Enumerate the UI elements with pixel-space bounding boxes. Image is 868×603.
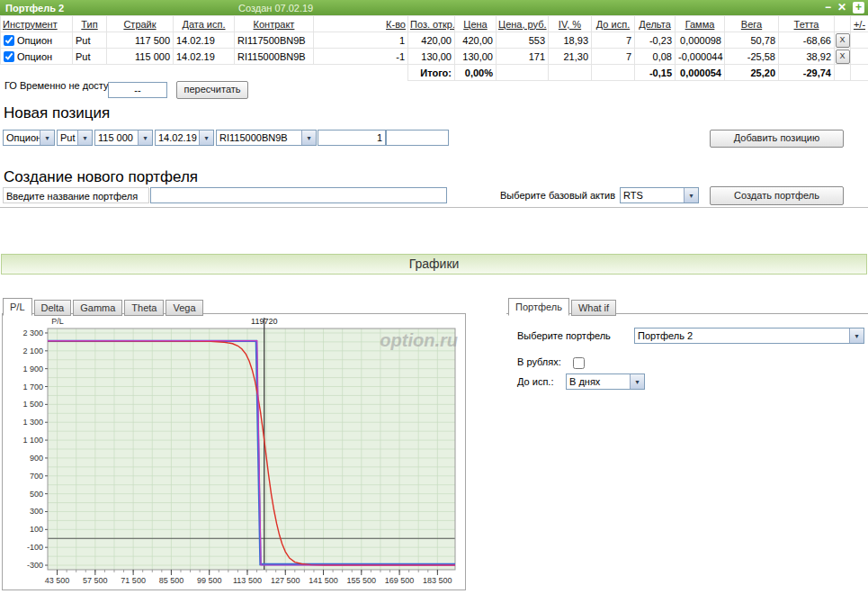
create-portfolio-button[interactable]: Создать портфель (710, 186, 844, 205)
pricerub-cell: 171 (497, 49, 549, 65)
go-value-input[interactable] (108, 82, 167, 98)
contract-cell: RI115000BN9B (235, 49, 314, 65)
column-header-strike[interactable]: Страйк (107, 16, 174, 32)
column-header-gamma[interactable]: Гамма (676, 16, 725, 32)
totals-pct: 0,00% (455, 65, 497, 81)
column-header-qty[interactable]: К-во (314, 16, 408, 32)
svg-text:100: 100 (30, 525, 43, 534)
tab-theta[interactable]: Theta (124, 300, 164, 316)
svg-text:155 500: 155 500 (347, 576, 377, 585)
delta-cell: -0,23 (635, 32, 676, 49)
chevron-down-icon: ▾ (684, 188, 698, 202)
instrument-cell: Опцион (17, 51, 52, 62)
add-position-button[interactable]: Добавить позицию (710, 130, 844, 148)
portfolio-name-input[interactable] (150, 187, 447, 203)
column-header-days[interactable]: До исп. (592, 16, 635, 32)
price-cell: 130,00 (455, 49, 497, 65)
days-cell: 7 (592, 32, 635, 49)
chart-watermark: option.ru (380, 330, 458, 351)
price-input[interactable] (386, 130, 449, 146)
rubles-checkbox[interactable] (573, 357, 585, 369)
column-header-vega[interactable]: Вега (725, 16, 779, 32)
minimize-icon[interactable]: − (825, 2, 831, 14)
column-header-price[interactable]: Цена (455, 16, 497, 32)
vega-cell: -25,58 (725, 49, 779, 65)
days-select[interactable]: В днях ▾ (566, 374, 645, 390)
svg-text:85 500: 85 500 (159, 576, 184, 585)
tab-delta[interactable]: Delta (34, 300, 72, 316)
strike-select[interactable]: 115 000 ▾ (94, 130, 153, 146)
delta-cell: 0,08 (635, 49, 676, 65)
contract-select[interactable]: RI115000BN9B ▾ (216, 130, 317, 146)
delete-position-button[interactable]: X (836, 33, 850, 48)
window-title: Портфель 2 (0, 3, 64, 14)
instrument-select[interactable]: Опцион ▾ (3, 130, 55, 146)
totals-gamma: 0,000054 (676, 65, 725, 81)
column-header-delta[interactable]: Дельта (635, 16, 676, 32)
svg-text:183 500: 183 500 (423, 576, 452, 585)
svg-text:1 900: 1 900 (22, 364, 43, 374)
chart-tabs: P/L Delta Gamma Theta Vega (3, 298, 205, 316)
tab-portfolio[interactable]: Портфель (508, 298, 569, 316)
portfolio-name-label: Введите название портфеля (3, 187, 149, 203)
close-icon[interactable]: ✕ (837, 2, 846, 14)
svg-text:113 500: 113 500 (233, 576, 262, 585)
tab-whatif[interactable]: What if (571, 300, 616, 316)
svg-text:141 500: 141 500 (309, 576, 338, 585)
column-header-plusminus[interactable]: +/- (851, 16, 868, 32)
pricerub-cell: 553 (497, 32, 549, 49)
delete-position-button[interactable]: X (836, 50, 850, 64)
position-checkbox[interactable] (4, 51, 14, 62)
column-header-type[interactable]: Тип (73, 16, 107, 32)
portfolio-select[interactable]: Портфель 2 ▾ (634, 328, 864, 344)
column-header-theta[interactable]: Тетта (779, 16, 835, 32)
tab-pl[interactable]: P/L (3, 298, 32, 316)
chevron-down-icon: ▾ (301, 130, 316, 145)
qty-input[interactable] (318, 130, 386, 146)
column-header-contract[interactable]: Контракт (235, 16, 314, 32)
portfolio-panel (506, 313, 868, 593)
expiry-select[interactable]: 14.02.19 ▾ (155, 130, 214, 146)
pl-chart-panel: 119720-300-1001003005007009001 1001 3001… (2, 313, 466, 590)
add-icon[interactable]: + (853, 2, 864, 14)
totals-vega: 25,20 (725, 65, 779, 81)
svg-text:-300: -300 (27, 561, 43, 570)
svg-text:-100: -100 (27, 543, 43, 552)
svg-text:1 100: 1 100 (22, 436, 43, 445)
column-header-expdate[interactable]: Дата исп. (174, 16, 235, 32)
gamma-cell: -0,000044 (676, 49, 725, 65)
positions-table: Инструмент Тип Страйк Дата исп. Контракт… (0, 15, 868, 81)
chevron-down-icon: ▾ (40, 130, 54, 145)
base-asset-select[interactable]: RTS ▾ (620, 187, 699, 203)
strike-cell: 115 000 (107, 49, 174, 65)
svg-text:1 500: 1 500 (22, 400, 43, 409)
type-select[interactable]: Put ▾ (57, 130, 93, 146)
instrument-select-value: Опцион (4, 130, 40, 145)
strike-cell: 117 500 (107, 32, 174, 49)
svg-text:700: 700 (30, 472, 43, 481)
window-titlebar: Портфель 2 Создан 07.02.19 − ✕ + (0, 0, 868, 15)
right-tabs: Портфель What if (508, 298, 618, 316)
portfolio-select-value: Портфель 2 (635, 328, 849, 343)
tab-gamma[interactable]: Gamma (73, 300, 122, 316)
position-checkbox[interactable] (4, 35, 14, 46)
column-header-instrument[interactable]: Инструмент (1, 16, 73, 32)
table-header-row: Инструмент Тип Страйк Дата исп. Контракт… (1, 16, 868, 32)
tab-vega[interactable]: Vega (166, 300, 202, 316)
column-header-pricerub[interactable]: Цена, руб. (497, 16, 549, 32)
column-header-iv[interactable]: IV, % (549, 16, 592, 32)
svg-text:1 700: 1 700 (22, 382, 43, 392)
svg-text:2 300: 2 300 (22, 328, 43, 338)
svg-text:71 500: 71 500 (121, 576, 146, 585)
svg-text:57 500: 57 500 (83, 576, 108, 585)
theta-cell: -68,66 (779, 32, 835, 49)
column-header-openpos[interactable]: Поз. откр. по (408, 16, 455, 32)
gamma-cell: 0,000098 (676, 32, 725, 49)
recalc-button[interactable]: пересчитать (176, 81, 248, 99)
position-row: Опцион Put 117 500 14.02.19 RI117500BN9B… (1, 32, 868, 49)
svg-text:2 100: 2 100 (22, 346, 43, 356)
section-divider (0, 207, 868, 208)
base-asset-select-value: RTS (621, 188, 684, 202)
column-header-delete (835, 16, 851, 32)
svg-text:119720: 119720 (251, 317, 277, 326)
